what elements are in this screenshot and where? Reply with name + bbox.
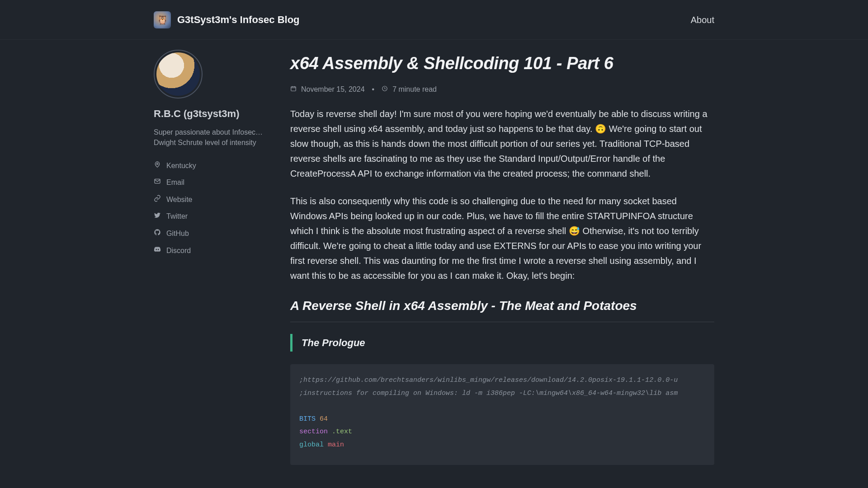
- page-layout: R.B.C (g3tsyst3m) Super passionate about…: [0, 40, 868, 465]
- svg-point-0: [156, 163, 158, 164]
- sidebar-item-github[interactable]: GitHub: [154, 225, 271, 242]
- sidebar-item-email[interactable]: Email: [154, 174, 271, 191]
- code-block: ;https://github.com/brechtsanders/winlib…: [290, 364, 714, 465]
- brand-logo-icon: 🦉: [154, 11, 171, 28]
- code-comment: ;https://github.com/brechtsanders/winlib…: [299, 376, 678, 384]
- code-number: 64: [320, 415, 328, 423]
- sidebar-item-location: Kentucky: [154, 157, 271, 174]
- sidebar-item-label: Website: [166, 194, 193, 206]
- article-date: November 15, 2024: [301, 84, 365, 95]
- meta-separator: •: [372, 84, 375, 95]
- author-sidebar: R.B.C (g3tsyst3m) Super passionate about…: [154, 50, 271, 465]
- sidebar-item-label: Discord: [166, 245, 191, 257]
- author-bio-line2: Dwight Schrute level of intensity: [154, 139, 256, 146]
- code-comment: ;instructions for compiling on Windows: …: [299, 389, 678, 397]
- article-subsection-callout: The Prologue: [290, 334, 714, 352]
- discord-icon: [154, 245, 161, 257]
- sidebar-item-label: Email: [166, 177, 184, 188]
- author-bio: Super passionate about Infosec… Dwight S…: [154, 127, 271, 148]
- code-identifier: main: [328, 441, 344, 449]
- brand-link[interactable]: 🦉 G3tSyst3m's Infosec Blog: [154, 11, 300, 28]
- article-paragraph: This is also consequently why this code …: [290, 194, 714, 283]
- article-title: x64 Assembly & Shellcoding 101 - Part 6: [290, 50, 714, 77]
- avatar-icon: [156, 52, 200, 96]
- envelope-icon: [154, 177, 161, 188]
- site-header: 🦉 G3tSyst3m's Infosec Blog About: [0, 0, 868, 40]
- github-icon: [154, 228, 161, 239]
- code-keyword: global: [299, 441, 324, 449]
- article-subsection-heading: The Prologue: [302, 335, 714, 351]
- article: x64 Assembly & Shellcoding 101 - Part 6 …: [290, 50, 714, 465]
- author-name: R.B.C (g3tsyst3m): [154, 106, 271, 122]
- sidebar-item-discord[interactable]: Discord: [154, 242, 271, 259]
- sidebar-item-label: Kentucky: [166, 160, 196, 172]
- code-keyword: section: [299, 428, 328, 436]
- sidebar-item-website[interactable]: Website: [154, 191, 271, 208]
- svg-rect-2: [291, 87, 296, 91]
- avatar-frame: [154, 50, 203, 99]
- article-paragraph: Today is reverse shell day! I'm sure mos…: [290, 107, 714, 181]
- calendar-icon: [290, 84, 297, 95]
- article-section-heading: A Reverse Shell in x64 Assembly - The Me…: [290, 296, 714, 322]
- map-pin-icon: [154, 160, 161, 172]
- code-keyword: BITS: [299, 415, 316, 423]
- sidebar-item-label: Twitter: [166, 211, 188, 222]
- sidebar-item-label: GitHub: [166, 228, 189, 239]
- link-icon: [154, 194, 161, 206]
- code-section: .text: [332, 428, 352, 436]
- nav-about-link[interactable]: About: [691, 13, 714, 27]
- article-meta: November 15, 2024 • 7 minute read: [290, 84, 714, 95]
- sidebar-item-twitter[interactable]: Twitter: [154, 208, 271, 225]
- brand-title: G3tSyst3m's Infosec Blog: [177, 12, 300, 28]
- twitter-icon: [154, 211, 161, 222]
- clock-icon: [382, 84, 388, 95]
- article-readtime: 7 minute read: [392, 84, 437, 95]
- author-bio-line1: Super passionate about Infosec…: [154, 128, 263, 136]
- sidebar-links: Kentucky Email Website Twitter: [154, 157, 271, 259]
